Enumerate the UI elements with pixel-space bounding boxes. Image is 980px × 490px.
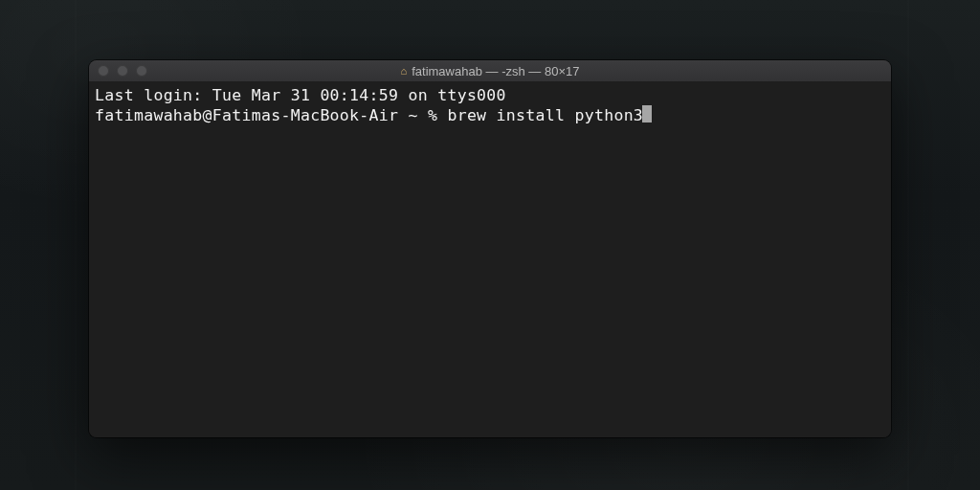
prompt-line[interactable]: fatimawahab@Fatimas-MacBook-Air ~ % brew… [95, 105, 885, 125]
window-controls [89, 65, 147, 77]
desktop-background: ⌂ fatimawahab — -zsh — 80×17 Last login:… [0, 0, 980, 490]
home-icon: ⌂ [401, 66, 408, 77]
window-title: ⌂ fatimawahab — -zsh — 80×17 [89, 64, 891, 78]
minimize-button[interactable] [117, 65, 128, 77]
terminal-body[interactable]: Last login: Tue Mar 31 00:14:59 on ttys0… [89, 81, 891, 437]
zoom-button[interactable] [136, 65, 147, 77]
shell-prompt: fatimawahab@Fatimas-MacBook-Air ~ % [95, 106, 447, 124]
terminal-window[interactable]: ⌂ fatimawahab — -zsh — 80×17 Last login:… [89, 60, 891, 437]
last-login-line: Last login: Tue Mar 31 00:14:59 on ttys0… [95, 85, 885, 105]
text-cursor [642, 105, 652, 122]
typed-command: brew install python3 [447, 106, 643, 124]
close-button[interactable] [98, 65, 109, 77]
window-titlebar[interactable]: ⌂ fatimawahab — -zsh — 80×17 [89, 60, 891, 82]
window-title-text: fatimawahab — -zsh — 80×17 [412, 64, 579, 78]
